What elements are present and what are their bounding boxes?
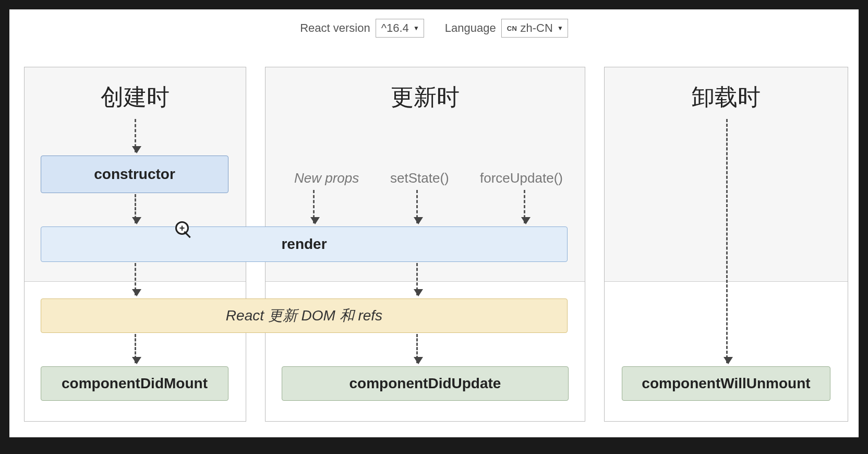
column-mount-title: 创建时 [25,67,246,113]
arrow-constructor-to-render [135,194,136,223]
trigger-new-props: New props [294,170,359,186]
magnifier-cursor-icon [175,221,189,235]
arrow-unmount-to-willunmount [726,119,728,363]
version-select[interactable]: ^16.4 [376,19,424,38]
arrow-forceupdate-to-render [524,190,525,223]
column-unmount-title: 卸载时 [605,67,848,113]
box-render-label: render [281,236,327,253]
box-will-unmount-label: componentWillUnmount [642,375,810,392]
version-value: ^16.4 [381,21,409,35]
lifecycle-diagram: 创建时 更新时 卸载时 constructor New props setSta… [24,67,844,427]
arrow-dom-to-didupdate [416,334,418,363]
arrow-newprops-to-render [313,190,315,223]
version-label: React version [300,21,370,35]
language-value: zh-CN [521,21,553,35]
box-dom-update: React 更新 DOM 和 refs [41,298,568,333]
box-dom-update-label: React 更新 DOM 和 refs [226,306,382,326]
trigger-force-update: forceUpdate() [480,170,563,186]
box-did-update-label: componentDidUpdate [349,375,501,392]
language-badge: CN [507,25,517,32]
box-did-mount-label: componentDidMount [62,375,208,392]
diagram-canvas: React version ^16.4 Language CN zh-CN 创建… [9,9,859,437]
language-select[interactable]: CN zh-CN [501,19,568,38]
box-constructor[interactable]: constructor [41,156,228,193]
toolbar: React version ^16.4 Language CN zh-CN [9,9,859,43]
box-component-did-mount[interactable]: componentDidMount [41,366,228,401]
language-group: Language CN zh-CN [445,19,568,38]
arrow-render-to-dom-update [416,263,418,295]
arrow-mount-to-constructor [135,119,136,152]
box-constructor-label: constructor [94,166,175,183]
trigger-set-state: setState() [390,170,449,186]
column-update-title: 更新时 [266,67,585,113]
arrow-setstate-to-render [416,190,418,223]
box-component-did-update[interactable]: componentDidUpdate [282,366,569,401]
box-component-will-unmount[interactable]: componentWillUnmount [622,366,830,401]
version-group: React version ^16.4 [300,19,424,38]
language-label: Language [445,21,496,35]
arrow-render-to-dom-mount [135,263,136,295]
box-render[interactable]: render [41,226,568,262]
arrow-dom-to-didmount [135,334,136,363]
